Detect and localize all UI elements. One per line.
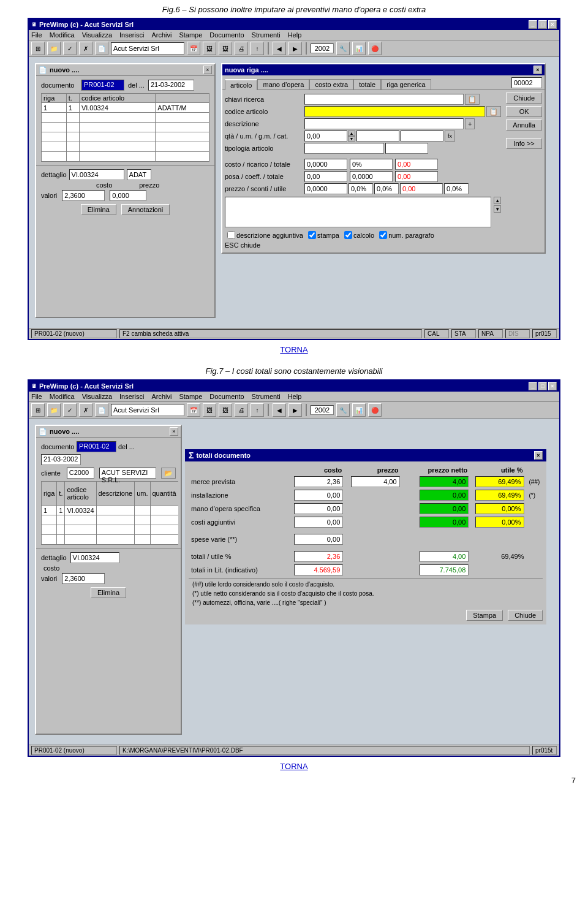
fig7-close-btn[interactable]: × (548, 382, 557, 390)
chk-stampa[interactable]: stampa (308, 231, 339, 239)
menu-stampe[interactable]: Stampe (179, 31, 202, 39)
fig7-menu-help[interactable]: Help (288, 393, 302, 400)
dlg-textarea[interactable] (225, 197, 491, 227)
qty-gm[interactable] (401, 131, 443, 142)
status-dis[interactable]: DIS (505, 329, 530, 338)
qty-um[interactable] (356, 131, 399, 142)
totali-costo-input[interactable] (294, 551, 343, 562)
fig7-tb-icon1[interactable]: 🔧 (336, 403, 350, 417)
tb-img2-btn[interactable]: 🖼 (219, 42, 232, 55)
menu-file[interactable]: File (31, 31, 42, 39)
descr-input[interactable] (304, 118, 464, 129)
fig7-win-controls[interactable]: _ □ × (529, 382, 557, 390)
prezzo-v1[interactable] (304, 183, 347, 194)
tb-icon2-btn[interactable]: 📊 (352, 42, 366, 55)
fig7-maximize-btn[interactable]: □ (538, 382, 547, 390)
dialog-close-btn[interactable]: × (533, 66, 542, 74)
fig7-detail-value[interactable]: VI.00324 (70, 552, 119, 563)
status-npa[interactable]: NPA (478, 329, 503, 338)
doc-value[interactable]: PR001-02 (81, 80, 124, 91)
qty-spinner[interactable]: ▲ ▼ (348, 131, 355, 142)
costo-v2[interactable] (350, 159, 393, 170)
mano-utile-input[interactable] (475, 503, 524, 514)
posa-v1[interactable] (304, 171, 347, 182)
menu-help[interactable]: Help (288, 31, 302, 39)
fig7-tb-doc[interactable]: 📄 (95, 403, 108, 417)
tipologia-input2[interactable] (385, 143, 428, 154)
prezzo-v4[interactable] (400, 183, 443, 194)
valori-prezzo[interactable]: 0,000 (110, 190, 146, 201)
maximize-btn[interactable]: □ (538, 20, 547, 29)
fig7-tb-icon3[interactable]: 🔴 (368, 403, 382, 417)
info-button[interactable]: Info >> (506, 138, 542, 149)
tipologia-input[interactable] (304, 143, 384, 154)
prezzo-v5[interactable] (444, 183, 469, 194)
fig7-elimina-button[interactable]: Elimina (91, 587, 126, 598)
costo-v1[interactable] (304, 159, 347, 170)
close-btn[interactable]: × (548, 20, 557, 29)
fig7-minimize-btn[interactable]: _ (529, 382, 537, 390)
prezzo-v3[interactable] (374, 183, 399, 194)
tb-icon3-btn[interactable]: 🔴 (368, 42, 382, 55)
fig7-cliente-value[interactable]: C2000 (67, 468, 94, 479)
tb-icon1-btn[interactable]: 🔧 (336, 42, 350, 55)
menu-inserisci[interactable]: Inserisci (119, 31, 144, 39)
fig7-menu-stampe[interactable]: Stampe (179, 393, 202, 400)
fig7-doc-value[interactable]: PR001-02 (77, 441, 116, 452)
tb-arrow-btn[interactable]: ↑ (251, 42, 264, 55)
chiavi-input[interactable] (304, 94, 464, 105)
del-value[interactable]: 21-03-2002 (148, 80, 194, 91)
ok-button[interactable]: OK (506, 106, 542, 117)
costi-prezzn-input[interactable] (420, 517, 469, 528)
fig7-doc-close-btn[interactable]: × (170, 427, 178, 436)
totali-chiude-button[interactable]: Chiude (508, 610, 543, 621)
fig7-menu-modifica[interactable]: Modifica (50, 393, 75, 400)
fig7-tb-img2[interactable]: 🖼 (219, 403, 232, 417)
tb-prev-btn[interactable]: ◀ (273, 42, 286, 55)
instal-costo-input[interactable] (294, 490, 343, 501)
costi-costo-input[interactable] (294, 517, 343, 528)
chiude-button[interactable]: Chiude (506, 93, 542, 104)
tab-rigagenerica[interactable]: riga generica (381, 79, 431, 89)
fig6-torna-link[interactable]: TORNA (0, 345, 588, 354)
fig7-tb-img1[interactable]: 🖼 (203, 403, 216, 417)
menu-modifica[interactable]: Modifica (50, 31, 75, 39)
merce-costo-input[interactable] (294, 476, 343, 487)
tb-company-input[interactable] (111, 42, 184, 55)
status-cal[interactable]: CAL (424, 329, 449, 338)
qty-up[interactable]: ▲ (348, 131, 355, 136)
detail-value[interactable]: VI.00324 (69, 169, 124, 180)
menu-archivi[interactable]: Archivi (151, 31, 172, 39)
mano-costo-input[interactable] (294, 503, 343, 514)
annotazioni-button[interactable]: Annotazioni (121, 204, 170, 215)
totali-prezzo-input[interactable] (420, 551, 469, 562)
prezzo-v2[interactable] (349, 183, 373, 194)
tb-doc-btn[interactable]: 📄 (95, 42, 108, 55)
chk-calcolo[interactable]: calcolo (344, 231, 374, 239)
fig7-menu-documento[interactable]: Documento (209, 393, 244, 400)
fig7-cliente-btn[interactable]: 📂 (161, 468, 176, 479)
chk-num-paragrafo[interactable]: num. paragrafo (379, 231, 434, 239)
tab-manodopera[interactable]: mano d'opera (257, 79, 309, 89)
totali-lit-prezzo-input[interactable] (420, 564, 469, 575)
detail-extra[interactable]: ADAT (127, 169, 151, 180)
instal-utile-input[interactable] (475, 490, 524, 501)
mano-prezzn-input[interactable] (420, 503, 469, 514)
merce-prezzn-input[interactable] (420, 476, 469, 487)
fig7-menu-visualizza[interactable]: Visualizza (82, 393, 112, 400)
fig7-tb-open[interactable]: 📁 (47, 403, 61, 417)
fig6-win-controls[interactable]: _ □ × (529, 20, 557, 29)
tb-print-btn[interactable]: 🖨 (235, 42, 248, 55)
tb-check-btn[interactable]: ✓ (63, 42, 77, 55)
fig7-tb-arrow[interactable]: ↑ (251, 403, 264, 417)
tb-x-btn[interactable]: ✗ (79, 42, 92, 55)
fig7-torna-link[interactable]: TORNA (0, 762, 588, 771)
fig7-tb-x[interactable]: ✗ (79, 403, 92, 417)
tab-totale[interactable]: totale (353, 79, 381, 89)
fig7-del-value[interactable]: 21-03-2002 (41, 454, 81, 465)
qty-down[interactable]: ▼ (348, 136, 355, 142)
codice-btn[interactable]: 📋 (486, 106, 501, 117)
menu-documento[interactable]: Documento (209, 31, 244, 39)
tb-cal-btn[interactable]: 📅 (187, 42, 200, 55)
annulla-button[interactable]: Annulla (506, 120, 542, 131)
